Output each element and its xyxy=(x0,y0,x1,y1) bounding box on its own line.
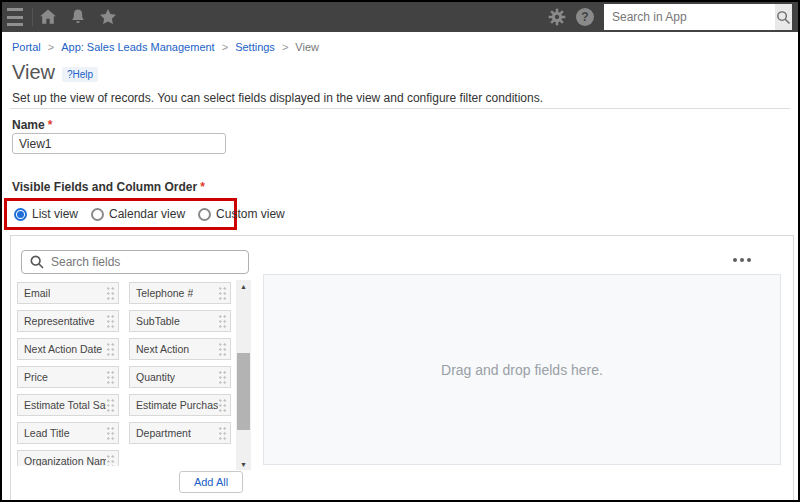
drag-handle-icon xyxy=(218,342,227,357)
drag-handle-icon xyxy=(106,314,115,329)
scroll-up-icon[interactable]: ▲ xyxy=(236,280,251,292)
drag-handle-icon xyxy=(106,370,115,385)
breadcrumb-item: View xyxy=(295,41,319,53)
highlight-box: List viewCalendar viewCustom view xyxy=(4,198,237,230)
radio-calendar-view[interactable]: Calendar view xyxy=(91,207,185,221)
search-button[interactable] xyxy=(775,4,792,30)
field-list: EmailTelephone #RepresentativeSubTableNe… xyxy=(17,282,240,466)
field-chip-label: SubTable xyxy=(136,315,180,327)
field-chip-label: Department xyxy=(136,427,191,439)
field-chip[interactable]: Department xyxy=(129,422,231,444)
app-searchbox xyxy=(604,4,787,30)
help-link[interactable]: ?Help xyxy=(62,67,98,82)
field-chip-label: Quantity xyxy=(136,371,175,383)
drag-handle-icon xyxy=(106,426,115,441)
name-label: Name* xyxy=(12,118,52,132)
field-chip-label: Estimate Purchase D... xyxy=(136,399,218,411)
field-chip-label: Telephone # xyxy=(136,287,193,299)
field-chip-label: Next Action Date xyxy=(24,343,102,355)
drag-handle-icon xyxy=(218,398,227,413)
star-icon[interactable] xyxy=(98,7,118,27)
field-chip[interactable]: Representative xyxy=(17,310,119,332)
radio-icon xyxy=(91,208,104,221)
radio-custom-view[interactable]: Custom view xyxy=(198,207,285,221)
app-window: ? Portal>App: Sales Leads Management>Set… xyxy=(0,0,800,502)
radio-icon xyxy=(198,208,211,221)
field-chip[interactable]: Next Action Date xyxy=(17,338,119,360)
radio-label: Custom view xyxy=(216,207,285,221)
field-chip[interactable]: Email xyxy=(17,282,119,304)
field-chip[interactable]: SubTable xyxy=(129,310,231,332)
hamburger-menu-icon[interactable] xyxy=(7,8,33,26)
home-icon[interactable] xyxy=(38,7,58,27)
field-chip[interactable]: Estimate Purchase D... xyxy=(129,394,231,416)
breadcrumb: Portal>App: Sales Leads Management>Setti… xyxy=(12,41,319,53)
search-input[interactable] xyxy=(604,4,775,30)
breadcrumb-separator: > xyxy=(48,41,54,53)
field-chip-label: Organization Name xyxy=(24,455,106,466)
gear-icon[interactable] xyxy=(547,7,567,27)
field-chip-label: Next Action xyxy=(136,343,189,355)
field-chip[interactable]: Telephone # xyxy=(129,282,231,304)
field-chip-label: Price xyxy=(24,371,48,383)
radio-icon xyxy=(14,208,27,221)
ellipsis-icon[interactable] xyxy=(731,256,753,264)
field-chip[interactable]: Price xyxy=(17,366,119,388)
radio-label: List view xyxy=(32,207,78,221)
scrollbar-thumb[interactable] xyxy=(237,353,250,430)
field-chip[interactable]: Estimate Total Sales xyxy=(17,394,119,416)
drag-handle-icon xyxy=(106,286,115,301)
breadcrumb-item[interactable]: App: Sales Leads Management xyxy=(61,41,215,53)
drag-handle-icon xyxy=(218,314,227,329)
field-picker-panel: EmailTelephone #RepresentativeSubTableNe… xyxy=(10,235,794,502)
field-chip[interactable]: Quantity xyxy=(129,366,231,388)
drag-handle-icon xyxy=(218,426,227,441)
required-mark: * xyxy=(48,118,53,132)
radio-list-view[interactable]: List view xyxy=(14,207,78,221)
scroll-down-icon[interactable]: ▼ xyxy=(236,458,251,470)
scrollbar[interactable]: ▲ ▼ xyxy=(236,280,251,470)
field-search-input[interactable] xyxy=(51,255,241,269)
view-name-input[interactable] xyxy=(12,133,226,154)
page-description: Set up the view of records. You can sele… xyxy=(12,91,543,105)
field-chip[interactable]: Organization Name xyxy=(17,450,119,466)
add-all-button[interactable]: Add All xyxy=(179,471,243,493)
breadcrumb-separator: > xyxy=(222,41,228,53)
field-search-box xyxy=(21,250,249,274)
drop-zone[interactable]: Drag and drop fields here. xyxy=(263,274,781,465)
field-chip-label: Estimate Total Sales xyxy=(24,399,106,411)
breadcrumb-separator: > xyxy=(282,41,288,53)
field-chip-label: Representative xyxy=(24,315,95,327)
drag-handle-icon xyxy=(106,398,115,413)
bell-icon[interactable] xyxy=(68,7,88,27)
drag-handle-icon xyxy=(218,370,227,385)
drag-handle-icon xyxy=(106,342,115,357)
breadcrumb-item[interactable]: Settings xyxy=(235,41,275,53)
drop-zone-text: Drag and drop fields here. xyxy=(441,362,603,378)
field-chip-label: Email xyxy=(24,287,50,299)
help-icon[interactable]: ? xyxy=(576,8,594,26)
field-chip[interactable]: Next Action xyxy=(129,338,231,360)
visible-fields-label: Visible Fields and Column Order* xyxy=(12,180,205,194)
field-chip[interactable]: Lead Title xyxy=(17,422,119,444)
drag-handle-icon xyxy=(106,454,115,467)
search-icon xyxy=(775,9,792,26)
radio-label: Calendar view xyxy=(109,207,185,221)
field-chip-label: Lead Title xyxy=(24,427,70,439)
drag-handle-icon xyxy=(218,286,227,301)
page-title: View xyxy=(12,61,55,84)
breadcrumb-item[interactable]: Portal xyxy=(12,41,41,53)
required-mark: * xyxy=(200,180,205,194)
divider xyxy=(10,108,790,109)
search-icon xyxy=(29,254,45,270)
topbar: ? xyxy=(2,2,798,32)
